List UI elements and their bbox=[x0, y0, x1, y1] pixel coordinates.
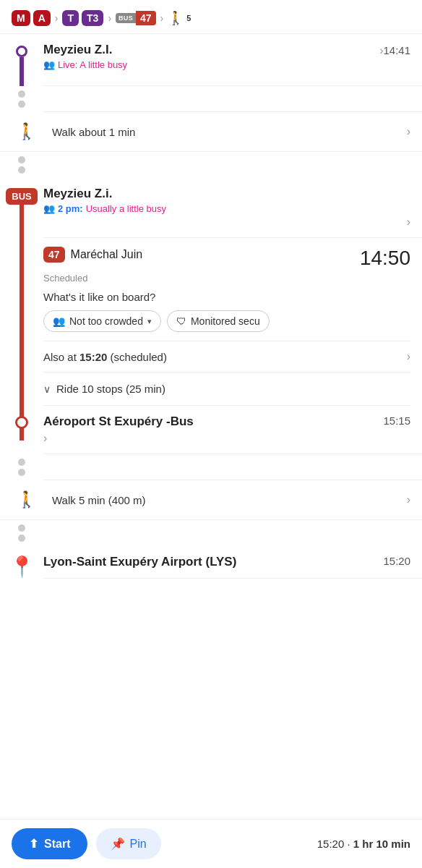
also-at-chevron: › bbox=[407, 350, 410, 363]
bus-question: What's it like on board? bbox=[43, 291, 410, 303]
also-at-suffix: (scheduled) bbox=[111, 351, 167, 363]
badge-bus-47: 47 bbox=[136, 11, 156, 25]
grey-dot-1 bbox=[18, 90, 25, 98]
arrival-dot bbox=[15, 416, 28, 429]
arrival-sub-chevron: › bbox=[43, 432, 47, 445]
bus-left-timeline bbox=[0, 238, 43, 406]
destination-info: 15:20 Lyon-Saint Exupéry Airport (LYS) bbox=[43, 546, 422, 579]
walk-segment-2[interactable]: 🚶 Walk 5 min (400 m) › bbox=[0, 480, 422, 520]
nav-chevron-2: › bbox=[108, 12, 111, 24]
walk-minutes-nav: 5 bbox=[186, 14, 191, 22]
grey-dot-2 bbox=[18, 101, 25, 108]
bus-header: 47 Maréchal Juin 14:50 bbox=[43, 247, 410, 270]
spacer-2 bbox=[0, 152, 422, 178]
crowd-chip-dropdown: ▾ bbox=[147, 317, 152, 326]
start-label: Start bbox=[44, 838, 70, 851]
destination-section: 📍 15:20 Lyon-Saint Exupéry Airport (LYS) bbox=[0, 546, 422, 593]
walk-chevron-1: › bbox=[407, 125, 410, 138]
second-stop-info[interactable]: Meyzieu Z.i. 👥 2 pm: Usually a little bu… bbox=[43, 178, 422, 238]
also-at-text: Also at 15:20 (scheduled) bbox=[43, 351, 167, 363]
arrival-timeline bbox=[0, 406, 43, 454]
first-stop-section: 14:41 › Meyzieu Z.I. 👥 Live: A little bu… bbox=[0, 34, 422, 86]
spacer-content-3 bbox=[43, 454, 422, 480]
purple-line-bottom bbox=[20, 57, 24, 86]
red-line-3 bbox=[20, 406, 24, 416]
crowded-chip[interactable]: 👥 Not too crowded ▾ bbox=[43, 310, 161, 332]
grey-dot-4 bbox=[18, 166, 25, 174]
spacer-content-1 bbox=[43, 86, 422, 112]
arrival-info[interactable]: 15:15 Aéroport St Exupéry -Bus › bbox=[43, 406, 422, 454]
busy-status: Usually a little busy bbox=[86, 203, 166, 214]
first-stop-timeline bbox=[0, 34, 43, 86]
badge-metro-a[interactable]: A bbox=[33, 10, 51, 26]
second-stop-chevron: › bbox=[407, 216, 410, 229]
walk-icon-nav: 🚶 bbox=[168, 10, 184, 26]
spacer-content-4 bbox=[43, 520, 422, 546]
walk-icon-2: 🚶 bbox=[12, 490, 40, 509]
also-at-time: 15:20 bbox=[79, 351, 107, 363]
first-stop-time: 14:41 bbox=[383, 44, 410, 56]
top-navigation: M A › T T3 › BUS 47 › 🚶 5 bbox=[0, 0, 422, 34]
red-line-1 bbox=[20, 205, 24, 238]
bus-detail-content: 47 Maréchal Juin 14:50 Scheduled What's … bbox=[43, 238, 422, 406]
bus-route-info: 47 Maréchal Juin bbox=[43, 247, 142, 263]
first-stop-meta: 👥 Live: A little busy bbox=[43, 59, 410, 70]
bus-departure-time: 14:50 bbox=[360, 247, 410, 270]
crowd-chip-icon: 👥 bbox=[53, 315, 65, 327]
badge-tram-t3[interactable]: T3 bbox=[82, 10, 103, 26]
busy-icon-2: 👥 bbox=[43, 203, 55, 214]
grey-dot-5 bbox=[18, 459, 25, 466]
destination-timeline: 📍 bbox=[0, 546, 43, 579]
nav-chevron-3: › bbox=[160, 12, 164, 24]
live-status: Live: A little busy bbox=[58, 59, 127, 70]
bottom-spacer bbox=[0, 593, 422, 651]
badge-bus-group[interactable]: BUS 47 bbox=[116, 11, 155, 25]
bus-section: 47 Maréchal Juin 14:50 Scheduled What's … bbox=[0, 238, 422, 406]
bus-status: Scheduled bbox=[43, 273, 410, 284]
second-stop-meta: 👥 2 pm: Usually a little busy bbox=[43, 203, 410, 214]
grey-dot-3 bbox=[18, 156, 25, 163]
grey-dot-6 bbox=[18, 469, 25, 476]
ride-stops-text: Ride 10 stops (25 min) bbox=[56, 383, 165, 395]
arrival-name: Aéroport St Exupéry -Bus bbox=[43, 414, 410, 429]
bus-chips-row: 👥 Not too crowded ▾ 🛡 Monitored secu bbox=[43, 310, 410, 332]
bus-destination: Maréchal Juin bbox=[71, 248, 143, 261]
walk-segment-1[interactable]: 🚶 Walk about 1 min › bbox=[0, 112, 422, 152]
crowd-chip-label: Not too crowded bbox=[69, 315, 143, 327]
summary-duration: 1 hr 10 min bbox=[353, 838, 410, 850]
nav-chevron-1: › bbox=[55, 12, 59, 24]
bottom-summary: 15:20 · 1 hr 10 min bbox=[317, 838, 410, 850]
also-at-row[interactable]: Also at 15:20 (scheduled) › bbox=[43, 341, 410, 373]
start-icon: ⬆ bbox=[29, 837, 38, 851]
spacer-left-1 bbox=[0, 86, 43, 112]
ride-stops-row[interactable]: ∨ Ride 10 stops (25 min) bbox=[43, 373, 410, 406]
bus-line-badge: BUS bbox=[6, 188, 37, 205]
badge-tram-t[interactable]: T bbox=[62, 10, 79, 26]
walk-text-1: Walk about 1 min bbox=[52, 126, 395, 138]
second-stop-timeline: BUS bbox=[0, 178, 43, 238]
second-stop-name: Meyzieu Z.i. bbox=[43, 187, 410, 201]
grey-dot-8 bbox=[18, 535, 25, 542]
first-stop-chevron: › bbox=[379, 44, 383, 57]
walk-icon-1: 🚶 bbox=[12, 122, 40, 141]
bus-label: BUS bbox=[116, 13, 136, 23]
arrival-section: 15:15 Aéroport St Exupéry -Bus › bbox=[0, 406, 422, 454]
arrival-sub-row: › bbox=[43, 432, 410, 445]
spacer-left-3 bbox=[0, 454, 43, 480]
start-button[interactable]: ⬆ Start bbox=[12, 828, 87, 859]
security-chip-label: Monitored secu bbox=[191, 315, 260, 327]
walk-chevron-2: › bbox=[407, 493, 410, 506]
spacer-3 bbox=[0, 454, 422, 480]
first-stop-info[interactable]: 14:41 › Meyzieu Z.I. 👥 Live: A little bu… bbox=[43, 34, 422, 86]
pin-label: Pin bbox=[129, 838, 146, 851]
spacer-content-2 bbox=[43, 152, 422, 178]
badge-metro-m[interactable]: M bbox=[12, 10, 30, 26]
spacer-left-4 bbox=[0, 520, 43, 546]
pin-icon: 📌 bbox=[111, 837, 125, 851]
live-icon: 👥 bbox=[43, 59, 55, 70]
security-chip[interactable]: 🛡 Monitored secu bbox=[167, 310, 270, 332]
spacer-1 bbox=[0, 86, 422, 112]
spacer-4 bbox=[0, 520, 422, 546]
pin-button[interactable]: 📌 Pin bbox=[96, 828, 160, 859]
bus-route-badge: 47 bbox=[43, 247, 65, 263]
